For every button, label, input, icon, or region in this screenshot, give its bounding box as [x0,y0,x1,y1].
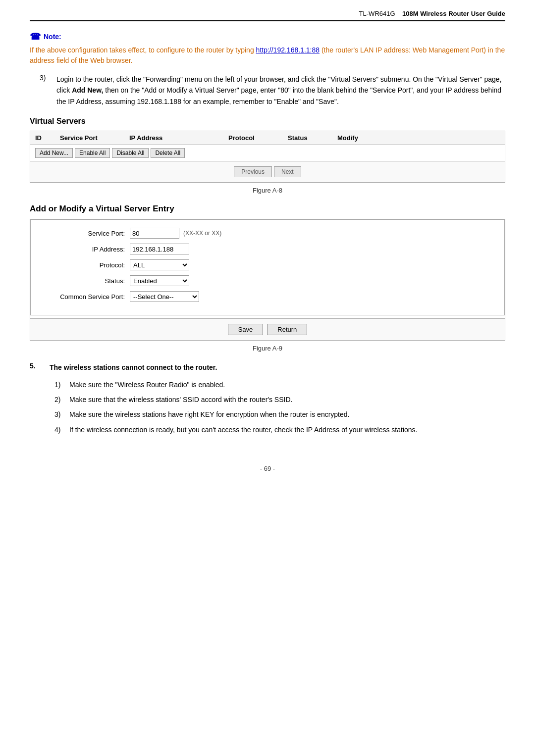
delete-all-button[interactable]: Delete All [151,148,185,158]
ip-address-input[interactable] [130,244,189,254]
protocol-row: Protocol: ALL [41,259,494,270]
col-id: ID [35,134,60,142]
common-service-port-row: Common Service Port: --Select One-- [41,291,494,302]
page-number: - 69 - [260,465,275,472]
note-label: ☎ Note: [30,31,505,42]
troubleshoot-step-1: 1) Make sure the "Wireless Router Radio"… [54,379,505,390]
add-new-button[interactable]: Add New... [35,148,73,158]
common-service-port-label: Common Service Port: [41,293,130,301]
header-title: 108M Wireless Router User Guide [402,10,505,17]
enable-all-button[interactable]: Enable All [75,148,110,158]
common-service-port-select[interactable]: --Select One-- [130,291,199,302]
col-status: Status [288,134,337,142]
protocol-label: Protocol: [41,261,130,269]
disable-all-button[interactable]: Disable All [112,148,149,158]
virtual-servers-table: ID Service Port IP Address Protocol Stat… [30,131,505,183]
protocol-select[interactable]: ALL [130,259,189,270]
page-footer: - 69 - [30,465,505,472]
status-row: Status: Enabled [41,275,494,286]
service-port-label: Service Port: [41,230,130,237]
figure-a9-label: Figure A-9 [30,345,505,352]
step-3-content: Login to the router, click the "Forwardi… [56,74,505,107]
table-action-row: Add New... Enable All Disable All Delete… [30,145,505,161]
troubleshoot-step-3: 3) Make sure the wireless stations have … [54,409,505,420]
page-header: TL-WR641G 108M Wireless Router User Guid… [30,10,505,21]
header-model: TL-WR641G [359,10,395,17]
form-actions: Save Return [30,318,505,340]
troubleshoot-item-5: 5. The wireless stations cannot connect … [30,362,505,373]
return-button[interactable]: Return [267,324,307,335]
troubleshoot-text: The wireless stations cannot connect to … [50,362,217,373]
step-3-item: 3) Login to the router, click the "Forwa… [30,74,505,107]
ip-address-label: IP Address: [41,246,130,253]
form-fields: Service Port: (XX-XX or XX) IP Address: … [30,219,505,315]
step-3-num: 3) [40,74,52,107]
table-header-row: ID Service Port IP Address Protocol Stat… [30,131,505,145]
status-select[interactable]: Enabled [130,275,189,286]
col-service: Service Port [60,134,129,142]
next-button[interactable]: Next [274,166,301,177]
troubleshoot-steps: 1) Make sure the "Wireless Router Radio"… [30,379,505,436]
note-text: If the above configuration takes effect,… [30,45,505,66]
col-protocol: Protocol [228,134,288,142]
pagination-row: Previous Next [30,161,505,182]
note-section: ☎ Note: If the above configuration takes… [30,31,505,66]
service-port-row: Service Port: (XX-XX or XX) [41,228,494,239]
col-ip: IP Address [129,134,228,142]
ip-address-row: IP Address: [41,244,494,254]
figure-a8-label: Figure A-8 [30,187,505,194]
virtual-servers-heading: Virtual Servers [30,117,505,126]
troubleshoot-num: 5. [30,362,45,373]
troubleshoot-step-2: 2) Make sure that the wireless stations'… [54,394,505,405]
add-modify-heading: Add or Modify a Virtual Server Entry [30,204,505,214]
previous-button[interactable]: Previous [234,166,272,177]
col-modify: Modify [337,134,387,142]
status-label: Status: [41,277,130,285]
troubleshoot-step-4: 4) If the wireless connection is ready, … [54,424,505,435]
save-button[interactable]: Save [228,324,264,335]
note-icon: ☎ [30,31,41,42]
service-port-hint: (XX-XX or XX) [183,230,221,237]
add-modify-form: Service Port: (XX-XX or XX) IP Address: … [30,219,505,341]
note-link[interactable]: http://192.168.1.1:88 [256,46,320,54]
service-port-input[interactable] [130,228,179,239]
